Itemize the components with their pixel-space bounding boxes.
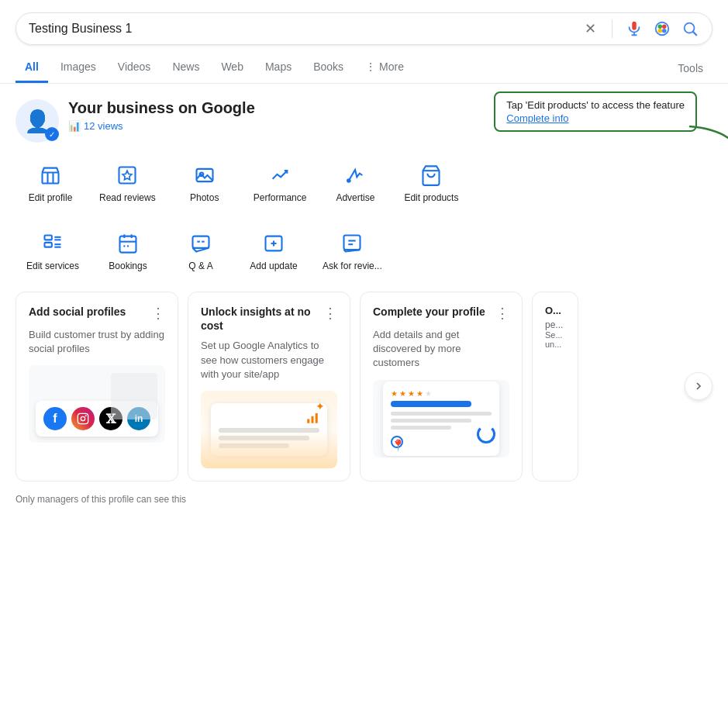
action-edit-services[interactable]: Edit services — [16, 223, 90, 279]
instagram-icon — [71, 407, 95, 430]
action-ask-review[interactable]: Ask for revie... — [312, 223, 393, 279]
card-menu-profile[interactable]: ⋮ — [495, 305, 509, 322]
action-qa[interactable]: Q & A — [166, 223, 236, 279]
profile-line-2 — [391, 419, 471, 423]
card-partial: O... pe... Se... un... — [532, 292, 578, 481]
cards-wrapper: Add social profiles ⋮ Build customer tru… — [16, 292, 712, 481]
partial-title: O... — [545, 305, 565, 316]
tab-all[interactable]: All — [16, 53, 48, 83]
edit-products-label: Edit products — [404, 192, 458, 203]
tab-news[interactable]: News — [163, 53, 209, 83]
svg-rect-31 — [193, 236, 209, 248]
action-read-reviews[interactable]: Read reviews — [88, 155, 167, 211]
tab-web[interactable]: Web — [212, 53, 253, 83]
star-3: ★ — [408, 389, 415, 398]
social-illustration: f 𝕏 in — [29, 365, 165, 443]
complete-info-link[interactable]: Complete info — [506, 112, 685, 124]
action-performance[interactable]: Performance — [243, 155, 318, 211]
star-icon — [115, 163, 140, 188]
tab-books[interactable]: Books — [304, 53, 353, 83]
svg-point-3 — [656, 22, 669, 36]
footer-note: Only managers of this profile can see th… — [16, 494, 712, 512]
photos-label: Photos — [190, 192, 219, 203]
svg-point-6 — [658, 29, 663, 33]
qa-label: Q & A — [188, 261, 212, 271]
services-icon — [40, 231, 65, 256]
tab-more[interactable]: ⋮ More — [356, 53, 413, 83]
profile-add-btn: + — [391, 436, 492, 448]
nav-tabs: All Images Videos News Web Maps Books ⋮ … — [0, 53, 728, 84]
tab-maps[interactable]: Maps — [256, 53, 301, 83]
views-link[interactable]: 📊 12 views — [68, 120, 255, 132]
bg-shape — [111, 373, 157, 419]
cards-next-button[interactable] — [685, 372, 712, 400]
clear-icon[interactable]: ✕ — [581, 19, 599, 38]
search-icon[interactable] — [681, 19, 699, 38]
svg-point-5 — [662, 25, 667, 29]
svg-rect-44 — [311, 416, 313, 423]
search-bar-container: ✕ — [0, 0, 728, 53]
card-header-analytics: Unlock insights at no cost ⋮ — [201, 305, 337, 333]
wave-bg — [201, 430, 337, 468]
profile-top-bar — [391, 401, 471, 407]
search-input[interactable] — [29, 22, 581, 36]
action-add-update[interactable]: Add update — [239, 223, 309, 279]
svg-rect-25 — [120, 236, 136, 253]
card-illustration-social: f 𝕏 in — [29, 365, 165, 443]
lens-icon[interactable] — [653, 19, 671, 38]
action-edit-profile[interactable]: Edit profile — [16, 155, 85, 211]
svg-point-17 — [347, 179, 350, 182]
svg-rect-19 — [45, 236, 52, 240]
card-analytics: Unlock insights at no cost ⋮ Set up Goog… — [188, 292, 350, 481]
products-icon — [419, 163, 443, 188]
action-edit-products[interactable]: Edit products — [393, 155, 469, 211]
chart-icon: 📊 — [68, 120, 81, 132]
svg-rect-0 — [632, 22, 637, 30]
partial-desc-2: Se... — [545, 330, 565, 340]
svg-rect-37 — [344, 236, 361, 250]
stars-row: ★ ★ ★ ★ ★ — [391, 389, 492, 398]
bookings-label: Bookings — [109, 261, 147, 271]
partial-desc: pe... — [545, 319, 565, 330]
map-pin-icon: 📍 — [392, 439, 405, 451]
card-social-profiles: Add social profiles ⋮ Build customer tru… — [16, 292, 178, 481]
tooltip-message: Tap 'Edit products' to access the featur… — [506, 99, 685, 111]
card-menu-social[interactable]: ⋮ — [151, 305, 165, 322]
svg-rect-15 — [196, 169, 212, 181]
update-icon — [261, 231, 286, 256]
search-bar: ✕ — [16, 12, 712, 45]
action-advertise[interactable]: Advertise — [320, 155, 390, 211]
qa-icon — [188, 231, 213, 256]
bookings-icon — [116, 231, 140, 256]
svg-point-7 — [662, 29, 667, 33]
tab-videos[interactable]: Videos — [109, 53, 160, 83]
svg-line-9 — [693, 32, 696, 35]
tab-images[interactable]: Images — [51, 53, 105, 83]
star-1: ★ — [391, 389, 398, 398]
card-title-social: Add social profiles — [29, 305, 126, 319]
profile-illustration: ★ ★ ★ ★ ★ — [373, 380, 509, 457]
mic-icon[interactable] — [625, 19, 643, 38]
ask-review-label: Ask for revie... — [323, 261, 382, 271]
edit-profile-label: Edit profile — [29, 192, 73, 203]
tooltip-box: Tap 'Edit products' to access the featur… — [494, 91, 697, 132]
card-menu-analytics[interactable]: ⋮ — [323, 305, 337, 322]
card-title-profile: Complete your profile — [373, 305, 485, 319]
card-illustration-analytics: ✦ — [201, 391, 337, 468]
card-desc-social: Build customer trust by adding social pr… — [29, 328, 165, 356]
svg-rect-20 — [45, 243, 52, 247]
business-info: Your business on Google 📊 12 views — [68, 99, 255, 132]
cards-section: Add social profiles ⋮ Build customer tru… — [16, 292, 712, 481]
avatar: 👤 ✓ — [16, 99, 59, 143]
read-reviews-label: Read reviews — [99, 192, 156, 203]
action-row-1: Edit profile Read reviews Photos — [16, 155, 712, 211]
action-photos[interactable]: Photos — [170, 155, 240, 211]
svg-point-41 — [81, 417, 85, 421]
dots-icon: ⋮ — [365, 60, 376, 73]
add-update-label: Add update — [250, 261, 297, 271]
verified-badge: ✓ — [45, 127, 59, 141]
star-4: ★ — [416, 389, 423, 398]
tools-button[interactable]: Tools — [668, 54, 712, 82]
action-bookings[interactable]: Bookings — [93, 223, 163, 279]
edit-services-label: Edit services — [26, 261, 79, 271]
